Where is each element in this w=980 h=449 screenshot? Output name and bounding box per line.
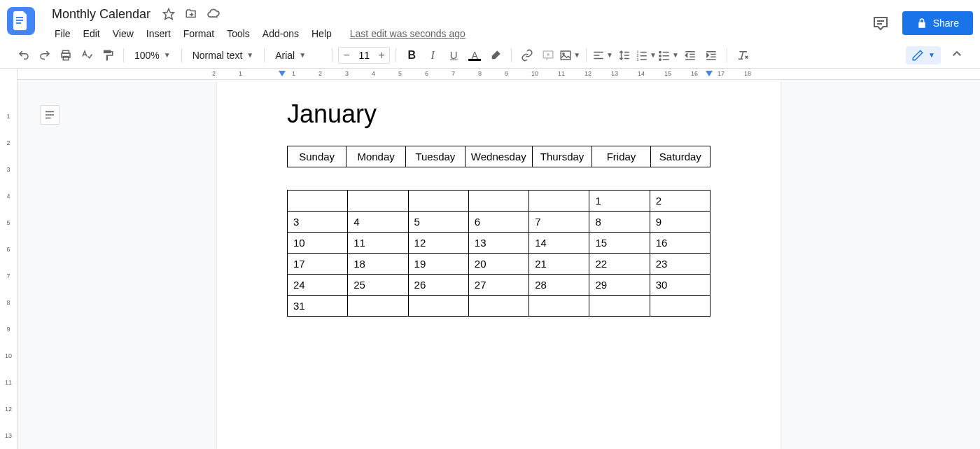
day-header-table[interactable]: SundayMondayTuesdayWednesdayThursdayFrid… <box>287 146 710 167</box>
calendar-cell[interactable]: 11 <box>348 233 408 254</box>
font-size-input[interactable] <box>354 50 374 61</box>
align-icon[interactable]: ▼ <box>592 46 613 65</box>
share-button[interactable]: Share <box>902 11 973 35</box>
menu-tools[interactable]: Tools <box>221 25 255 42</box>
doc-title[interactable]: Monthly Calendar <box>49 6 153 23</box>
menu-format[interactable]: Format <box>178 25 220 42</box>
horizontal-ruler[interactable]: 21123456789101112131415161718 <box>18 69 980 80</box>
calendar-cell[interactable]: 22 <box>589 254 650 275</box>
calendar-cell[interactable]: 5 <box>408 212 468 233</box>
calendar-cell[interactable]: 4 <box>348 212 408 233</box>
day-header[interactable]: Friday <box>592 146 650 167</box>
calendar-cell[interactable]: 13 <box>468 233 528 254</box>
calendar-cell[interactable]: 2 <box>650 191 710 212</box>
day-header[interactable]: Wednesday <box>465 146 532 167</box>
calendar-cell[interactable] <box>408 296 468 317</box>
calendar-cell[interactable]: 25 <box>348 275 408 296</box>
menu-file[interactable]: File <box>49 25 76 42</box>
calendar-cell[interactable]: 6 <box>468 212 528 233</box>
calendar-cell[interactable]: 10 <box>288 233 348 254</box>
calendar-cell[interactable] <box>468 191 528 212</box>
calendar-cell[interactable]: 20 <box>468 254 528 275</box>
line-spacing-icon[interactable] <box>615 46 634 65</box>
outline-icon[interactable] <box>40 105 59 125</box>
menu-help[interactable]: Help <box>306 25 337 42</box>
comments-icon[interactable] <box>870 13 891 34</box>
docs-logo[interactable] <box>7 7 35 35</box>
calendar-cell[interactable]: 16 <box>650 233 710 254</box>
day-header[interactable]: Saturday <box>650 146 710 167</box>
calendar-cell[interactable]: 27 <box>468 275 528 296</box>
zoom-select[interactable]: 100%▼ <box>130 46 176 64</box>
move-icon[interactable] <box>184 7 198 21</box>
calendar-cell[interactable] <box>348 296 408 317</box>
link-icon[interactable] <box>517 46 537 65</box>
text-color-icon[interactable]: A <box>465 46 484 65</box>
calendar-cell[interactable] <box>348 191 408 212</box>
calendar-cell[interactable]: 24 <box>288 275 348 296</box>
calendar-cell[interactable]: 14 <box>529 233 589 254</box>
last-edit-link[interactable]: Last edit was seconds ago <box>347 25 468 42</box>
collapse-toolbar-icon[interactable] <box>948 45 966 66</box>
calendar-cell[interactable]: 3 <box>288 212 348 233</box>
font-size-increase[interactable]: + <box>374 48 389 63</box>
calendar-cell[interactable]: 28 <box>529 275 589 296</box>
bullet-list-icon[interactable]: ▼ <box>658 46 679 65</box>
calendar-cell[interactable]: 23 <box>650 254 710 275</box>
underline-icon[interactable]: U <box>444 46 463 65</box>
indent-marker-left[interactable] <box>279 71 286 76</box>
cloud-status-icon[interactable] <box>206 7 220 21</box>
calendar-cell[interactable]: 19 <box>408 254 468 275</box>
document-page[interactable]: January SundayMondayTuesdayWednesdayThur… <box>217 80 780 449</box>
highlight-icon[interactable] <box>486 46 505 65</box>
calendar-cell[interactable]: 30 <box>650 275 710 296</box>
calendar-cell[interactable] <box>408 191 468 212</box>
calendar-cell[interactable]: 1 <box>589 191 650 212</box>
day-header[interactable]: Thursday <box>532 146 592 167</box>
edit-mode-select[interactable]: ▼ <box>906 46 941 64</box>
bold-icon[interactable]: B <box>402 46 421 65</box>
indent-increase-icon[interactable] <box>701 46 721 65</box>
calendar-cell[interactable] <box>468 296 528 317</box>
indent-marker-right[interactable] <box>706 71 713 76</box>
numbered-list-icon[interactable]: 123▼ <box>636 46 657 65</box>
vertical-ruler[interactable]: 12345678910111213 <box>0 69 18 449</box>
print-icon[interactable] <box>56 46 76 65</box>
calendar-cell[interactable]: 26 <box>408 275 468 296</box>
undo-icon[interactable] <box>14 46 34 65</box>
paint-format-icon[interactable] <box>98 46 118 65</box>
font-size-decrease[interactable]: − <box>339 48 354 63</box>
page-title[interactable]: January <box>287 99 710 129</box>
day-header[interactable]: Sunday <box>288 146 346 167</box>
calendar-cell[interactable]: 17 <box>288 254 348 275</box>
calendar-cell[interactable]: 18 <box>348 254 408 275</box>
calendar-cell[interactable]: 12 <box>408 233 468 254</box>
style-select[interactable]: Normal text▼ <box>188 46 258 64</box>
calendar-cell[interactable]: 29 <box>589 275 650 296</box>
calendar-cell[interactable]: 9 <box>650 212 710 233</box>
calendar-cell[interactable] <box>529 191 589 212</box>
day-header[interactable]: Monday <box>346 146 406 167</box>
menu-insert[interactable]: Insert <box>141 25 176 42</box>
calendar-cell[interactable] <box>529 296 589 317</box>
menu-edit[interactable]: Edit <box>78 25 106 42</box>
calendar-cell[interactable]: 21 <box>529 254 589 275</box>
calendar-cell[interactable] <box>288 191 348 212</box>
calendar-cell[interactable]: 31 <box>288 296 348 317</box>
calendar-cell[interactable] <box>650 296 710 317</box>
day-header[interactable]: Tuesday <box>405 146 465 167</box>
image-icon[interactable]: ▼ <box>559 46 580 65</box>
clear-format-icon[interactable] <box>733 46 752 65</box>
calendar-cell[interactable] <box>589 296 650 317</box>
redo-icon[interactable] <box>35 46 55 65</box>
calendar-table[interactable]: 1234567891011121314151617181920212223242… <box>287 190 710 317</box>
comment-add-icon[interactable] <box>538 46 558 65</box>
calendar-cell[interactable]: 8 <box>589 212 650 233</box>
spellcheck-icon[interactable] <box>77 46 97 65</box>
menu-addons[interactable]: Add-ons <box>257 25 304 42</box>
star-icon[interactable] <box>162 7 176 21</box>
calendar-cell[interactable]: 15 <box>589 233 650 254</box>
font-select[interactable]: Arial▼ <box>270 46 326 64</box>
italic-icon[interactable]: I <box>423 46 442 65</box>
calendar-cell[interactable]: 7 <box>529 212 589 233</box>
